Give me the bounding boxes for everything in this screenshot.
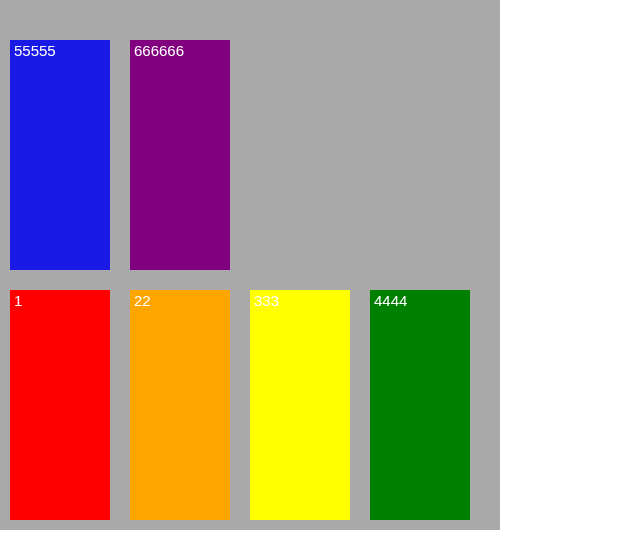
flex-container: 1 22 333 4444 55555 666666: [0, 0, 500, 530]
box-2: 22: [130, 290, 230, 520]
box-1: 1: [10, 290, 110, 520]
box-6: 666666: [130, 40, 230, 270]
box-3: 333: [250, 290, 350, 520]
box-4: 4444: [370, 290, 470, 520]
box-5: 55555: [10, 40, 110, 270]
